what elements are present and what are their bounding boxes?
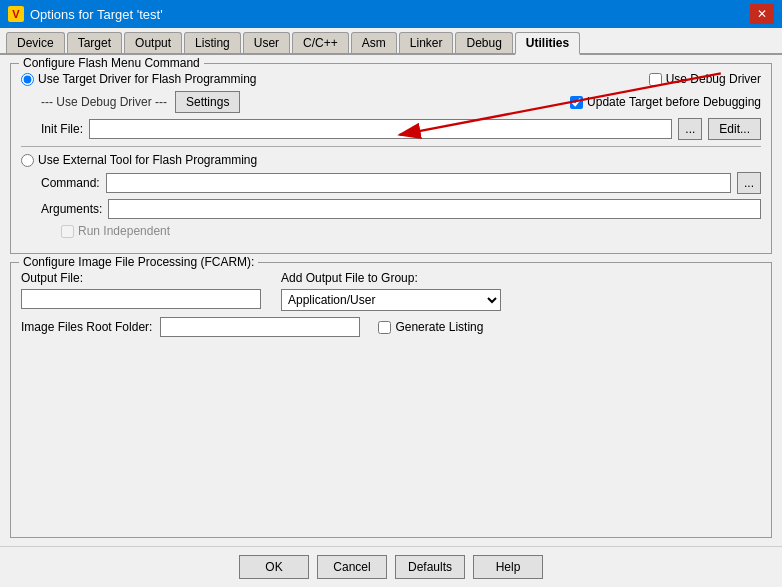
tab-utilities[interactable]: Utilities [515, 32, 580, 55]
run-independent-text: Run Independent [78, 224, 170, 238]
image-root-input[interactable] [160, 317, 360, 337]
init-file-browse-button[interactable]: ... [678, 118, 702, 140]
fcarm-group: Configure Image File Processing (FCARM):… [10, 262, 772, 538]
use-external-tool-radio[interactable] [21, 154, 34, 167]
tab-output[interactable]: Output [124, 32, 182, 53]
fcarm-top-row: Output File: Add Output File to Group: A… [21, 271, 761, 311]
tab-listing[interactable]: Listing [184, 32, 241, 53]
update-before-debug-text: Update Target before Debugging [587, 95, 761, 109]
fcarm-group-label: Configure Image File Processing (FCARM): [19, 255, 258, 269]
generate-listing-label[interactable]: Generate Listing [378, 320, 483, 334]
use-target-driver-label[interactable]: Use Target Driver for Flash Programming [21, 72, 257, 86]
arguments-label: Arguments: [41, 202, 102, 216]
tab-target[interactable]: Target [67, 32, 122, 53]
update-before-debug-label[interactable]: Update Target before Debugging [570, 95, 761, 109]
close-button[interactable]: ✕ [750, 4, 774, 24]
edit-button[interactable]: Edit... [708, 118, 761, 140]
add-output-file-label: Add Output File to Group: [281, 271, 501, 285]
run-independent-row: Run Independent [61, 224, 761, 238]
dialog-body: Device Target Output Listing User C/C++ … [0, 28, 782, 587]
output-file-label: Output File: [21, 271, 261, 285]
tab-cpp[interactable]: C/C++ [292, 32, 349, 53]
command-input[interactable] [106, 173, 731, 193]
image-root-label: Image Files Root Folder: [21, 320, 152, 334]
image-root-row: Image Files Root Folder: Generate Listin… [21, 317, 761, 337]
help-button[interactable]: Help [473, 555, 543, 579]
cancel-button[interactable]: Cancel [317, 555, 387, 579]
debug-driver-middle-text: --- Use Debug Driver --- [41, 95, 167, 109]
generate-listing-checkbox[interactable] [378, 321, 391, 334]
use-target-driver-radio[interactable] [21, 73, 34, 86]
add-output-col: Add Output File to Group: Application/Us… [281, 271, 501, 311]
dialog-title: Options for Target 'test' [30, 7, 163, 22]
init-file-label: Init File: [41, 122, 83, 136]
command-row: Command: ... [41, 172, 761, 194]
tab-device[interactable]: Device [6, 32, 65, 53]
update-before-debug-checkbox[interactable] [570, 96, 583, 109]
output-file-input[interactable] [21, 289, 261, 309]
use-debug-driver-check-label[interactable]: Use Debug Driver [649, 72, 761, 86]
command-browse-button[interactable]: ... [737, 172, 761, 194]
run-independent-label[interactable]: Run Independent [61, 224, 170, 238]
title-bar-left: V Options for Target 'test' [8, 6, 163, 22]
command-label: Command: [41, 176, 100, 190]
tab-asm[interactable]: Asm [351, 32, 397, 53]
app-icon: V [8, 6, 24, 22]
init-file-input[interactable] [89, 119, 672, 139]
bottom-buttons: OK Cancel Defaults Help [0, 546, 782, 587]
use-external-tool-label[interactable]: Use External Tool for Flash Programming [21, 153, 257, 167]
use-debug-driver-text: Use Debug Driver [666, 72, 761, 86]
use-external-tool-text: Use External Tool for Flash Programming [38, 153, 257, 167]
content-area: Configure Flash Menu Command Use Target … [0, 55, 782, 546]
settings-button[interactable]: Settings [175, 91, 240, 113]
flash-group-label: Configure Flash Menu Command [19, 56, 204, 70]
use-target-driver-text: Use Target Driver for Flash Programming [38, 72, 257, 86]
driver-settings-row: --- Use Debug Driver --- Settings Update… [41, 91, 761, 113]
defaults-button[interactable]: Defaults [395, 555, 465, 579]
flash-group: Configure Flash Menu Command Use Target … [10, 63, 772, 254]
group-dropdown[interactable]: Application/User Source Group 1 None [281, 289, 501, 311]
arguments-row: Arguments: [41, 199, 761, 219]
tab-debug[interactable]: Debug [455, 32, 512, 53]
title-bar: V Options for Target 'test' ✕ [0, 0, 782, 28]
tab-bar: Device Target Output Listing User C/C++ … [0, 28, 782, 55]
ok-button[interactable]: OK [239, 555, 309, 579]
arguments-input[interactable] [108, 199, 761, 219]
use-debug-driver-checkbox[interactable] [649, 73, 662, 86]
tab-user[interactable]: User [243, 32, 290, 53]
generate-listing-text: Generate Listing [395, 320, 483, 334]
use-external-tool-row: Use External Tool for Flash Programming [21, 153, 761, 167]
output-file-col: Output File: [21, 271, 261, 311]
use-target-driver-row: Use Target Driver for Flash Programming … [21, 72, 761, 86]
tab-linker[interactable]: Linker [399, 32, 454, 53]
init-file-row: Init File: ... Edit... [41, 118, 761, 140]
run-independent-checkbox [61, 225, 74, 238]
